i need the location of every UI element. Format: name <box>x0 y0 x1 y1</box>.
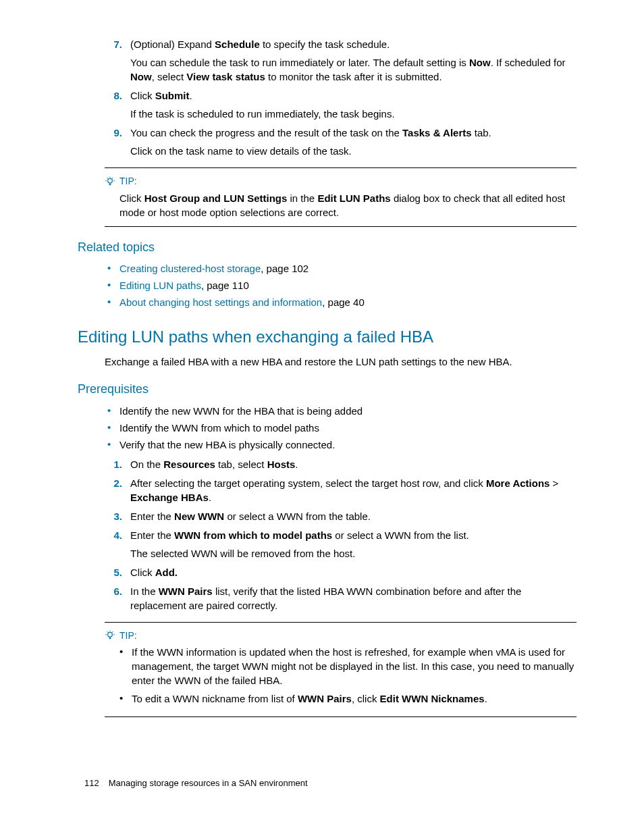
prerequisites-list: •Identify the new WWN for the HBA that i… <box>107 404 576 452</box>
step-number: 8. <box>105 88 122 103</box>
step-text: In the WWN Pairs list, verify that the l… <box>130 584 576 613</box>
step-7: 7. (Optional) Expand Schedule to specify… <box>105 37 576 84</box>
svg-line-4 <box>107 178 108 178</box>
step-number: 9. <box>105 126 122 140</box>
step-number: 6. <box>105 584 122 598</box>
related-topics-heading: Related topics <box>78 239 576 256</box>
list-item: • If the WWN information is updated when… <box>119 645 576 687</box>
related-topics-list: • Creating clustered-host storage, page … <box>107 261 576 309</box>
section-intro: Exchange a failed HBA with a new HBA and… <box>105 355 576 369</box>
link[interactable]: Creating clustered-host storage <box>119 263 261 274</box>
list-item: • Creating clustered-host storage, page … <box>107 261 576 276</box>
bullet-icon: • <box>107 261 119 275</box>
bullet-icon: • <box>107 278 119 292</box>
svg-line-12 <box>107 632 108 633</box>
link[interactable]: Editing LUN paths <box>119 280 201 291</box>
step-text: Click Submit. <box>130 90 192 101</box>
step-2: 2. After selecting the target operating … <box>105 476 576 504</box>
tip-body: • If the WWN information is updated when… <box>119 645 576 706</box>
list-item: • To edit a WWN nickname from list of WW… <box>119 692 576 706</box>
step-sub: If the task is scheduled to run immediat… <box>130 107 576 121</box>
bullet-icon: • <box>107 295 119 309</box>
step-3: 3. Enter the New WWN or select a WWN fro… <box>105 509 576 523</box>
step-8: 8. Click Submit. If the task is schedule… <box>105 88 576 121</box>
link[interactable]: About changing host settings and informa… <box>119 296 322 308</box>
step-number: 5. <box>105 565 122 579</box>
list-item: •Identify the WWN from which to model pa… <box>107 421 576 435</box>
step-text: You can check the progress and the resul… <box>130 127 491 138</box>
tip-body: Click Host Group and LUN Settings in the… <box>119 191 576 219</box>
lightbulb-icon <box>105 630 115 641</box>
svg-line-5 <box>112 178 113 178</box>
svg-line-13 <box>112 632 113 633</box>
step-number: 4. <box>105 528 122 542</box>
tip-label: TIP: <box>119 629 137 643</box>
page-number: 112 <box>84 778 99 788</box>
step-number: 1. <box>105 457 122 471</box>
step-sub: You can schedule the task to run immedia… <box>130 55 576 84</box>
step-text: On the Resources tab, select Hosts. <box>130 457 576 471</box>
ordered-list-b: 1. On the Resources tab, select Hosts. 2… <box>105 457 576 613</box>
step-4: 4. Enter the WWN from which to model pat… <box>105 528 576 561</box>
list-item: •Verify that the new HBA is physically c… <box>107 438 576 452</box>
step-6: 6. In the WWN Pairs list, verify that th… <box>105 584 576 613</box>
prerequisites-heading: Prerequisites <box>78 381 576 398</box>
bullet-icon: • <box>119 645 132 658</box>
step-9: 9. You can check the progress and the re… <box>105 126 576 158</box>
document-page: 7. (Optional) Expand Schedule to specify… <box>0 0 644 834</box>
list-item: • About changing host settings and infor… <box>107 295 576 309</box>
list-item: •Identify the new WWN for the HBA that i… <box>107 404 576 418</box>
bullet-icon: • <box>119 692 132 705</box>
step-number: 3. <box>105 509 122 523</box>
ordered-list-continued: 7. (Optional) Expand Schedule to specify… <box>105 37 576 158</box>
step-sub: Click on the task name to view details o… <box>130 144 576 158</box>
step-text: Enter the WWN from which to model paths … <box>130 529 469 541</box>
bullet-icon: • <box>107 404 119 417</box>
tip-heading: TIP: <box>105 629 576 643</box>
step-text: (Optional) Expand Schedule to specify th… <box>130 38 390 50</box>
step-text: After selecting the target operating sys… <box>130 476 576 504</box>
step-text: Enter the New WWN or select a WWN from t… <box>130 509 576 523</box>
step-sub: The selected WWN will be removed from th… <box>130 546 576 561</box>
bullet-icon: • <box>107 438 119 451</box>
tip-label: TIP: <box>119 175 137 188</box>
lightbulb-icon <box>105 176 115 187</box>
list-item: • Editing LUN paths, page 110 <box>107 278 576 292</box>
section-heading: Editing LUN paths when exchanging a fail… <box>78 325 576 348</box>
svg-point-8 <box>108 633 113 637</box>
tip-box-2: TIP: • If the WWN information is updated… <box>105 622 576 718</box>
tip-heading: TIP: <box>105 175 576 188</box>
step-1: 1. On the Resources tab, select Hosts. <box>105 457 576 471</box>
bullet-icon: • <box>107 421 119 434</box>
page-footer: 112Managing storage resources in a SAN e… <box>84 777 308 789</box>
step-number: 7. <box>105 37 122 51</box>
step-text: Click Add. <box>130 565 576 579</box>
svg-point-0 <box>108 178 113 183</box>
step-5: 5. Click Add. <box>105 565 576 579</box>
step-number: 2. <box>105 476 122 490</box>
footer-title: Managing storage resources in a SAN envi… <box>109 778 308 788</box>
tip-box-1: TIP: Click Host Group and LUN Settings i… <box>105 167 576 227</box>
